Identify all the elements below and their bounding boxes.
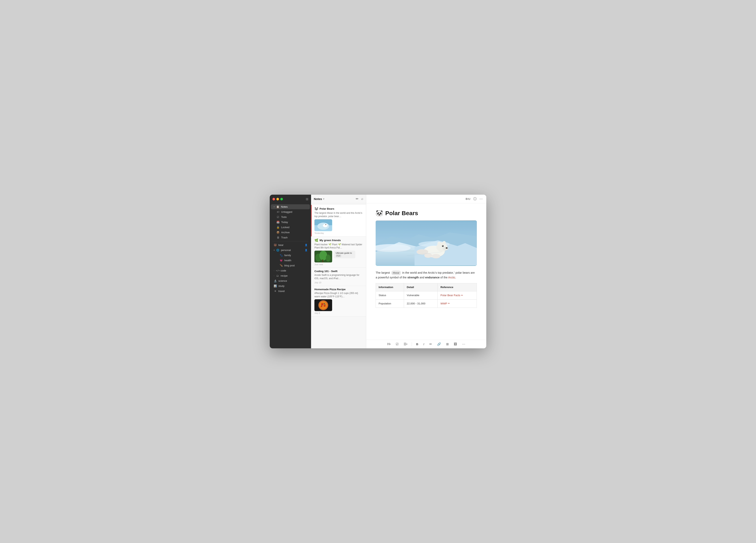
todo-icon: ☑ <box>276 215 280 218</box>
heading-dropdown-button[interactable]: H ▾ <box>386 342 391 347</box>
arctic-link[interactable]: Arctic <box>448 276 455 279</box>
science-icon: 🔬 <box>274 280 277 282</box>
sidebar-item-locked[interactable]: 🔒 Locked <box>271 225 310 230</box>
note-card-coding[interactable]: Coding 101 - Swift #code Swift is a prog… <box>311 268 366 286</box>
wwf-link[interactable]: WWF ✏ <box>440 302 474 306</box>
title-emoji: 🐼 <box>376 210 383 216</box>
svg-point-15 <box>324 305 326 307</box>
chevron-icon: ▾ <box>274 249 275 251</box>
svg-point-32 <box>437 241 441 245</box>
table-cell-ref-1: Polar Bear Facts ✏ <box>438 292 477 300</box>
table-header-information: Information <box>376 283 404 292</box>
note-card-polar-bears[interactable]: 🐼 Polar Bears The largest #bear in the w… <box>311 205 366 236</box>
attachment-type: PDF <box>336 254 341 257</box>
note-list-actions: ✏ ⌕ <box>356 197 363 201</box>
sidebar-item-trash[interactable]: 🗑 Trash <box>271 235 310 240</box>
chevron-icon: › <box>274 275 274 277</box>
biu-button[interactable]: BIU <box>466 197 471 200</box>
table-button[interactable]: ⊞ <box>445 342 449 347</box>
archive-icon: 📦 <box>276 231 280 234</box>
sidebar-item-notes[interactable]: ▾ 📋 Notes <box>271 204 310 209</box>
link-button[interactable]: 🔗 <box>436 342 442 347</box>
notes-dropdown-chevron[interactable]: ∨ <box>323 197 324 200</box>
lock-icon: 🔒 <box>276 226 280 229</box>
edit-icon[interactable]: ✏ <box>461 294 463 298</box>
minimize-button[interactable] <box>276 198 279 200</box>
note-emoji: 🌿 <box>314 238 318 242</box>
trash-icon: 🗑 <box>276 236 280 239</box>
bear-tag[interactable]: #bear <box>391 270 401 275</box>
sidebar-item-code[interactable]: › </> code <box>271 268 310 273</box>
share-badge: 👤 <box>305 249 308 251</box>
heading-icon: H <box>387 343 390 346</box>
sidebar-item-personal[interactable]: ▾ 🌐 personal 👤 <box>271 248 310 252</box>
info-button[interactable]: ⓘ <box>473 197 477 201</box>
sidebar-item-health[interactable]: 💗 health <box>271 258 310 263</box>
italic-button[interactable]: I <box>423 342 425 347</box>
sidebar-item-blog-post[interactable]: 🪶 blog post <box>271 263 310 268</box>
note-card-attachment: Ultimate guide to PDF <box>334 250 355 258</box>
svg-point-35 <box>432 254 440 258</box>
checkbox-button[interactable]: ☑ <box>395 342 399 347</box>
app-window: ⊞ ▾ 📋 Notes 🏷 Untagged ☑ Todo 📅 Today <box>270 195 486 348</box>
sidebar-item-label: Todo <box>281 215 308 218</box>
health-icon: 💗 <box>280 259 283 262</box>
sidebar-item-todo[interactable]: ☑ Todo <box>271 214 310 219</box>
polar-bear-facts-anchor[interactable]: Polar Bear Facts <box>440 293 460 298</box>
svg-rect-10 <box>322 259 323 262</box>
sidebar-item-untagged[interactable]: 🏷 Untagged <box>271 209 310 214</box>
bold-icon: B <box>416 343 418 346</box>
filter-icon[interactable]: ⊞ <box>306 197 308 201</box>
sidebar-item-today[interactable]: 📅 Today <box>271 220 310 224</box>
list-chevron: ▾ <box>406 343 407 345</box>
bold-button[interactable]: B <box>415 342 419 347</box>
note-card-preview: Plant tracker 🌱 Plant 🌱 Watered last Spi… <box>314 243 363 249</box>
wwf-anchor[interactable]: WWF <box>440 302 447 306</box>
table-header-reference: Reference <box>438 283 477 292</box>
editor-body[interactable]: The largest #bear in the world and the A… <box>376 270 477 308</box>
editor-area[interactable]: 🐼 Polar Bears <box>366 203 486 340</box>
recipe-icon: 🗂 <box>276 274 279 277</box>
note-card-pizza[interactable]: Homemade Pizza Recipe #Recipe Pizza Doug… <box>311 286 366 317</box>
sidebar-item-label: code <box>281 269 308 272</box>
note-card-date: Just now <box>314 263 363 265</box>
study-icon: 📊 <box>274 285 277 288</box>
untagged-icon: 🏷 <box>276 210 280 213</box>
sidebar-item-family[interactable]: 🐾 family <box>271 253 310 258</box>
pen-icon: ✏ <box>429 342 432 346</box>
sidebar-item-recipe[interactable]: › 🗂 recipe <box>271 273 310 278</box>
highlight-button[interactable]: ✏ <box>429 342 433 347</box>
more-formatting-button[interactable]: ⋯ <box>461 342 466 347</box>
sidebar-item-study[interactable]: 📊 study <box>271 284 310 289</box>
note-list-scroll[interactable]: 🐼 Polar Bears The largest #bear in the w… <box>311 203 366 348</box>
table-cell-ref-2: WWF ✏ <box>438 300 477 308</box>
sidebar-item-label: study <box>278 285 308 288</box>
sidebar-item-label: travel <box>278 290 308 293</box>
sidebar-item-science[interactable]: 🔬 science <box>271 279 310 283</box>
notes-icon: 📋 <box>276 205 279 208</box>
sidebar-item-archive[interactable]: 📦 Archive <box>271 230 310 235</box>
note-card-preview: The largest #bear in the world and the A… <box>314 211 363 218</box>
editor-table: Information Detail Reference Status Vuln… <box>376 283 477 308</box>
sidebar-item-travel[interactable]: ✈ travel <box>271 289 310 294</box>
italic-icon: I <box>423 343 424 346</box>
svg-point-33 <box>443 241 446 244</box>
table-cell-info-2: Population <box>376 300 404 308</box>
note-card-green-friends[interactable]: 🌿 My green friends Plant tracker 🌱 Plant… <box>311 236 366 268</box>
polar-bear-facts-link[interactable]: Polar Bear Facts ✏ <box>440 293 474 298</box>
list-dropdown-button[interactable]: ☰ ▾ <box>403 342 408 347</box>
endurance-text: endurance <box>425 276 439 279</box>
new-note-button[interactable]: ✏ <box>356 197 359 201</box>
sidebar-item-bear[interactable]: 🐻 bear 👤 <box>271 242 310 247</box>
sidebar-item-label: bear <box>278 243 303 246</box>
more-options-button[interactable]: ⋯ <box>479 197 483 201</box>
list-icon: ☰ <box>404 342 406 346</box>
maximize-button[interactable] <box>280 198 283 200</box>
image-button[interactable]: 🖼 <box>453 342 458 347</box>
edit-icon[interactable]: ✏ <box>448 302 450 306</box>
note-card-title: Coding 101 - Swift <box>314 270 337 273</box>
search-button[interactable]: ⌕ <box>361 197 363 201</box>
close-button[interactable] <box>272 198 275 200</box>
table-header-detail: Detail <box>404 283 438 292</box>
sidebar-item-label: family <box>284 254 308 257</box>
